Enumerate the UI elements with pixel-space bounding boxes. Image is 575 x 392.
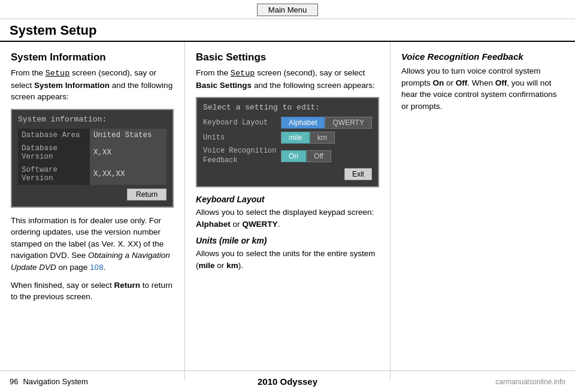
settings-label-units: Units (203, 133, 281, 142)
footer-page-number: 96 (10, 377, 18, 386)
content-area: System Information From the Setup screen… (0, 42, 575, 380)
col-system-information: System Information From the Setup screen… (0, 42, 185, 380)
vr-body-2: or (444, 78, 456, 87)
sub1-body-2: or (231, 220, 243, 229)
intro-text-b1: From the (196, 68, 231, 77)
table-cell-value: X,XX,XX (90, 163, 167, 185)
btn-group-voice: On Off (281, 150, 331, 162)
footer-nav-system: Navigation System (23, 377, 87, 386)
intro-text-1: From the (11, 68, 46, 77)
sub2-bold-km: km (226, 261, 238, 270)
system-info-screen: System information: Database Area United… (11, 109, 174, 208)
table-row: Software Version X,XX,XX (18, 163, 167, 185)
table-cell-value: United States (90, 129, 167, 142)
sub1-body-1: Allows you to select the displayed keypa… (196, 208, 374, 217)
screen-exit-row: Exit (203, 168, 372, 180)
setup-word-2: Setup (231, 69, 255, 78)
table-row: Database Version X,XX (18, 142, 167, 163)
col-basic-settings: Basic Settings From the Setup screen (se… (185, 42, 391, 380)
vr-on: On (432, 78, 444, 87)
body-text-4: When finished, say or select (11, 281, 114, 290)
section-body-voice-recognition: Allows you to turn voice control system … (401, 65, 564, 112)
section-intro-basic-settings: From the Setup screen (second), say or s… (196, 67, 379, 91)
settings-label-voice: Voice RecognitionFeedback (203, 147, 281, 165)
top-nav: Main Menu (0, 0, 575, 19)
sub1-bold-qwerty: QWERTY (242, 220, 277, 229)
btn-alphabet[interactable]: Alphabet (281, 117, 325, 129)
section-title-system-info: System Information (11, 51, 174, 63)
screen-title-system-info: System information: (18, 115, 167, 124)
btn-mile[interactable]: mile (281, 132, 310, 144)
body-text-2: on page (56, 263, 90, 272)
screen-title-basic-settings: Select a setting to edit: (203, 103, 372, 112)
section-title-voice-recognition: Voice Recognition Feedback (401, 51, 564, 62)
section-title-basic-settings: Basic Settings (196, 51, 379, 63)
basic-settings-screen: Select a setting to edit: Keyboard Layou… (196, 97, 379, 187)
settings-row-keyboard: Keyboard Layout Alphabet QWERTY (203, 117, 372, 129)
footer: 96 Navigation System 2010 Odyssey carman… (0, 370, 575, 392)
table-cell-value: X,XX (90, 142, 167, 163)
footer-center: 2010 Odyssey (258, 376, 317, 387)
subsection-units-title: Units (mile or km) (196, 236, 379, 245)
subsection-units-body: Allows you to select the units for the e… (196, 248, 379, 271)
sub2-bold-mile: mile (199, 261, 215, 270)
intro-text-b3: and the following screen appears: (252, 81, 375, 90)
section-intro-system-info: From the Setup screen (second), say or s… (11, 67, 174, 103)
screen-return-button[interactable]: Return (127, 189, 167, 200)
settings-row-units: Units mile km (203, 132, 372, 144)
btn-km[interactable]: km (310, 132, 335, 144)
vr-body-3: . When (467, 78, 495, 87)
body-text-return: When finished, say or select Return to r… (11, 279, 174, 303)
table-cell-label: Database Area (18, 129, 90, 142)
settings-label-keyboard: Keyboard Layout (203, 118, 281, 127)
btn-group-keyboard: Alphabet QWERTY (281, 117, 372, 129)
page-title: System Setup (0, 19, 575, 42)
intro-text-b2: screen (second), say or select (255, 68, 365, 77)
footer-right: carmanualsonline.info (495, 378, 565, 386)
basic-settings-bold: Basic Settings (196, 81, 252, 90)
btn-off[interactable]: Off (306, 150, 331, 162)
sub2-body-3: ). (238, 261, 243, 270)
page-link[interactable]: 108 (90, 263, 104, 272)
footer-left: 96 Navigation System (10, 377, 88, 386)
sub1-bold-alphabet: Alphabet (196, 220, 231, 229)
subsection-keyboard-body: Allows you to select the displayed keypa… (196, 206, 379, 230)
main-menu-button[interactable]: Main Menu (257, 4, 318, 16)
table-cell-label: Software Version (18, 163, 90, 185)
screen-return-row: Return (18, 189, 167, 200)
return-bold: Return (114, 281, 141, 290)
vr-off: Off (456, 78, 468, 87)
table-cell-label: Database Version (18, 142, 90, 163)
subsection-keyboard-title: Keyboard Layout (196, 195, 379, 204)
sub2-body-2: or (215, 261, 227, 270)
col-voice-recognition: Voice Recognition Feedback Allows you to… (391, 42, 575, 380)
system-info-table: Database Area United States Database Ver… (18, 129, 167, 185)
btn-on[interactable]: On (281, 150, 306, 162)
system-info-bold: System Information (34, 81, 110, 90)
btn-group-units: mile km (281, 132, 335, 144)
table-row: Database Area United States (18, 129, 167, 142)
body-text-dealer: This information is for dealer use only.… (11, 215, 174, 274)
btn-qwerty[interactable]: QWERTY (325, 117, 371, 129)
sub1-body-3: . (278, 220, 280, 229)
screen-exit-button[interactable]: Exit (344, 168, 372, 180)
settings-row-voice: Voice RecognitionFeedback On Off (203, 147, 372, 165)
vr-off2: Off (495, 78, 507, 87)
setup-word-1: Setup (46, 69, 70, 78)
body-text-3: . (104, 263, 106, 272)
